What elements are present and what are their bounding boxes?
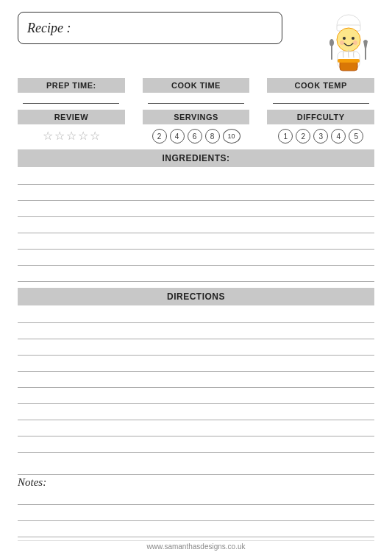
ingredients-lines xyxy=(18,169,374,282)
svg-rect-12 xyxy=(338,59,360,63)
ingredient-line-3[interactable] xyxy=(18,201,374,217)
prep-time-line xyxy=(23,103,119,104)
difficulty-col: DIFFCULTY 1 2 3 4 5 xyxy=(267,110,374,144)
prep-time-col: PREP TIME: xyxy=(18,78,125,107)
serving-6[interactable]: 6 xyxy=(188,129,202,144)
serving-2[interactable]: 2 xyxy=(152,129,167,144)
direction-line-2[interactable] xyxy=(18,323,374,339)
directions-header: DIRECTIONS xyxy=(18,288,374,305)
ingredient-line-6[interactable] xyxy=(18,250,374,266)
svg-point-6 xyxy=(353,40,357,45)
stars-row[interactable]: ☆ ☆ ☆ ☆ ☆ xyxy=(43,129,100,143)
cook-temp-label: COOK TEMP xyxy=(267,78,374,93)
direction-line-8[interactable] xyxy=(18,420,374,436)
servings-options[interactable]: 2 4 6 8 10 xyxy=(152,129,240,144)
star-4[interactable]: ☆ xyxy=(78,129,88,143)
star-5[interactable]: ☆ xyxy=(90,129,100,143)
footer-url: www.samanthasdesigns.co.uk xyxy=(147,542,246,551)
direction-line-4[interactable] xyxy=(18,356,374,372)
svg-point-3 xyxy=(343,37,346,40)
difficulty-label: DIFFCULTY xyxy=(267,110,374,124)
direction-line-3[interactable] xyxy=(18,339,374,356)
footer: www.samanthasdesigns.co.uk xyxy=(18,540,374,551)
notes-label: Notes: xyxy=(18,476,46,489)
direction-line-5[interactable] xyxy=(18,372,374,388)
serving-4[interactable]: 4 xyxy=(170,129,185,144)
difficulty-2[interactable]: 2 xyxy=(296,129,310,144)
ingredient-line-5[interactable] xyxy=(18,233,374,250)
direction-line-1[interactable] xyxy=(18,307,374,323)
svg-point-5 xyxy=(340,40,344,45)
star-2[interactable]: ☆ xyxy=(54,129,65,143)
difficulty-3[interactable]: 3 xyxy=(313,129,328,144)
star-3[interactable]: ☆ xyxy=(66,129,76,143)
difficulty-1[interactable]: 1 xyxy=(278,129,293,144)
difficulty-5[interactable]: 5 xyxy=(349,129,363,144)
cook-time-line xyxy=(148,103,244,104)
svg-point-2 xyxy=(337,28,360,52)
svg-point-4 xyxy=(352,37,354,40)
direction-line-7[interactable] xyxy=(18,404,374,420)
svg-point-9 xyxy=(329,39,334,46)
notes-top-line xyxy=(18,457,374,475)
review-servings-difficulty-row: REVIEW ☆ ☆ ☆ ☆ ☆ SERVINGS 2 4 6 8 10 DIF xyxy=(18,110,374,144)
recipe-input[interactable]: Recipe : xyxy=(18,12,282,44)
recipe-label: Recipe : xyxy=(27,21,71,36)
prep-time-label: PREP TIME: xyxy=(18,78,125,93)
serving-10[interactable]: 10 xyxy=(223,129,240,144)
difficulty-options[interactable]: 1 2 3 4 5 xyxy=(278,129,363,144)
notes-section: Notes: xyxy=(18,457,374,537)
ingredient-line-4[interactable] xyxy=(18,217,374,233)
notes-line-3[interactable] xyxy=(18,521,374,537)
servings-label: SERVINGS xyxy=(143,110,250,124)
difficulty-4[interactable]: 4 xyxy=(331,129,346,144)
ingredient-line-7[interactable] xyxy=(18,266,374,282)
review-label: REVIEW xyxy=(18,110,125,124)
info-row: PREP TIME: COOK TIME COOK TEMP xyxy=(18,78,374,107)
cook-temp-col: COOK TEMP xyxy=(267,78,374,107)
review-col: REVIEW ☆ ☆ ☆ ☆ ☆ xyxy=(18,110,125,143)
cook-time-col: COOK TIME xyxy=(143,78,250,107)
serving-8[interactable]: 8 xyxy=(205,129,220,144)
ingredients-header: INGREDIENTS: xyxy=(18,149,374,167)
cook-time-label: COOK TIME xyxy=(143,78,250,93)
star-1[interactable]: ☆ xyxy=(43,129,53,143)
cook-temp-line xyxy=(273,103,369,104)
notes-line-1[interactable] xyxy=(18,489,374,505)
directions-lines xyxy=(18,307,374,453)
ingredient-line-1[interactable] xyxy=(18,169,374,185)
ingredient-line-2[interactable] xyxy=(18,185,374,201)
notes-line-2[interactable] xyxy=(18,505,374,521)
servings-col: SERVINGS 2 4 6 8 10 xyxy=(143,110,250,144)
direction-line-9[interactable] xyxy=(18,436,374,453)
direction-line-6[interactable] xyxy=(18,388,374,404)
chef-illustration xyxy=(316,12,374,71)
